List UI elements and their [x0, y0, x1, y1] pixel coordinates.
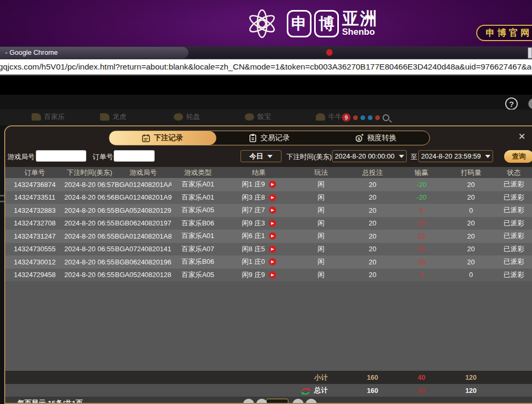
round-id: BGA05240820129	[115, 206, 172, 214]
divider-strip	[0, 75, 532, 95]
table-row: 14324730555 2024-8-20 06:55 BGA072408201…	[5, 243, 532, 256]
lobby-item-roulette[interactable]: 轮盘	[174, 112, 200, 122]
subtotal-label: 小计	[294, 373, 348, 382]
prev-page-button[interactable]	[256, 399, 267, 404]
logo-char-box: 博	[314, 10, 339, 37]
next-page-button[interactable]	[293, 399, 304, 404]
col-header: 玩法	[294, 168, 348, 178]
game-type: 百家乐A05	[172, 205, 224, 215]
site-logo: 申 博 亚洲 Shenbo	[240, 2, 398, 45]
play-icon[interactable]: ▶	[269, 258, 276, 265]
lobby-item-bull[interactable]: 牛牛	[316, 112, 342, 122]
official-site-button[interactable]: 申博官网	[476, 25, 532, 41]
game-type: 百家乐A05	[172, 270, 224, 280]
first-page-button[interactable]	[243, 399, 254, 404]
order-id: 14324733511	[5, 193, 64, 201]
url-bar[interactable]: gqjcxs.com/h5V01/pc/index.html?return=ab…	[0, 59, 532, 75]
sicbo-icon	[245, 113, 254, 121]
table-row: 14324731247 2024-8-20 06:55 BGA012408201…	[5, 230, 532, 243]
lobby-item-dragon-tiger[interactable]: 龙虎	[100, 112, 126, 122]
status: 已派彩	[496, 180, 532, 189]
url-text[interactable]: gqjcxs.com/h5V01/pc/index.html?return=ab…	[0, 62, 532, 72]
logo-char-box: 申	[287, 10, 312, 37]
modal-tabs: 下注记录 交易记录 $ 额度转换	[109, 131, 430, 145]
status: 已派彩	[496, 244, 532, 254]
status: 已派彩	[496, 257, 532, 267]
refresh-icon[interactable]	[301, 387, 310, 395]
game-type: 百家乐B06	[172, 219, 224, 228]
play-icon[interactable]: ▶	[269, 181, 276, 188]
start-time-select[interactable]: 2024-8-20 00:00:00	[332, 150, 407, 162]
clipboard-icon	[249, 134, 257, 142]
total-bet: 20	[348, 245, 397, 253]
lobby-item-label: 龙虎	[113, 112, 126, 122]
screen: 申 博 亚洲 Shenbo 申博官网 - Google Chrome gqjcx…	[0, 0, 532, 404]
tab-transaction-records[interactable]: 交易记录	[216, 131, 323, 145]
turnover: 20	[446, 258, 496, 266]
last-page-button[interactable]	[306, 399, 317, 404]
round-id: BGA07240820141	[115, 245, 172, 253]
col-header: 输赢	[397, 168, 446, 178]
col-header: 打码量	[446, 168, 496, 178]
play-icon[interactable]: ▶	[269, 194, 276, 201]
subtotal-total-bet: 160	[348, 373, 397, 381]
close-icon[interactable]: ✕	[518, 132, 526, 141]
play-type: 闲	[294, 231, 348, 241]
win-loss: 0	[397, 271, 446, 279]
roulette-icon	[174, 113, 183, 121]
subtotal-turnover: 120	[446, 373, 496, 381]
table-row: 14324736874 2024-8-20 06:57 BGA012408201…	[5, 178, 532, 191]
game-type: 百家乐A01	[172, 180, 224, 189]
chevron-down-icon	[399, 155, 404, 158]
lobby-item-label: 轮盘	[186, 112, 200, 122]
lobby-item-sicbo[interactable]: 骰宝	[245, 112, 271, 122]
tab-label: 额度转换	[367, 133, 397, 143]
status: 已派彩	[496, 231, 532, 241]
game-type: 百家乐A01	[172, 231, 224, 241]
win-loss: 0	[397, 206, 446, 214]
win-loss: -20	[397, 193, 446, 201]
result-text: 闲1 庄0	[242, 257, 265, 267]
play-icon[interactable]: ▶	[269, 271, 276, 279]
site-header: 申 博 亚洲 Shenbo 申博官网	[0, 0, 532, 46]
lobby-item-label: 牛牛	[328, 112, 342, 122]
end-time-select[interactable]: 2024-8-20 23:59:59	[418, 150, 493, 162]
round-id: BGA05240820128	[115, 271, 172, 279]
date-range-value: 今日	[249, 152, 263, 161]
gear-icon[interactable]	[528, 98, 532, 109]
bet-time: 2024-8-20 06:55	[64, 245, 115, 253]
col-header: 状态	[496, 168, 532, 178]
result-text: 闲3 庄8	[242, 193, 265, 202]
magnifier-icon[interactable]	[383, 114, 389, 121]
page-number-input[interactable]	[266, 399, 288, 404]
order-id: 14324731247	[5, 232, 64, 240]
order-input[interactable]	[114, 150, 155, 162]
col-header: 总投注	[348, 168, 397, 178]
date-range-select[interactable]: 今日	[240, 150, 282, 162]
search-button[interactable]: 查询	[504, 150, 532, 163]
order-label: 订单号	[93, 152, 113, 162]
subtotal-row: 小计 160 40 120	[5, 371, 532, 384]
bet-time: 2024-8-20 06:55	[64, 232, 115, 240]
help-icon[interactable]: ?	[505, 97, 518, 110]
turnover: 20	[446, 193, 496, 201]
play-icon[interactable]: ▶	[269, 232, 276, 240]
turnover: 0	[446, 206, 496, 214]
round-id: BGB06240820196	[115, 258, 172, 266]
start-time-value: 2024-8-20 00:00:00	[335, 152, 394, 160]
col-header: 游戏局号	[115, 168, 172, 178]
play-icon[interactable]: ▶	[269, 220, 276, 227]
tab-label: 下注记录	[154, 133, 183, 143]
game-round-input[interactable]	[36, 150, 86, 162]
pagination-bar: 每页显示 15条/共1页	[5, 397, 532, 404]
lobby-item-baccarat[interactable]: 百家乐	[32, 112, 65, 122]
result-text: 闲1 庄9	[242, 180, 265, 189]
tab-label: 交易记录	[260, 133, 290, 143]
tab-bet-records[interactable]: 下注记录	[109, 131, 216, 145]
play-icon[interactable]: ▶	[269, 245, 276, 253]
turnover: 20	[446, 245, 496, 253]
table-row: 14324730012 2024-8-20 06:55 BGB062408201…	[5, 255, 532, 269]
play-icon[interactable]: ▶	[269, 206, 276, 214]
tab-credit-transfer[interactable]: $ 额度转换	[323, 131, 429, 145]
total-bet: 20	[348, 193, 397, 201]
